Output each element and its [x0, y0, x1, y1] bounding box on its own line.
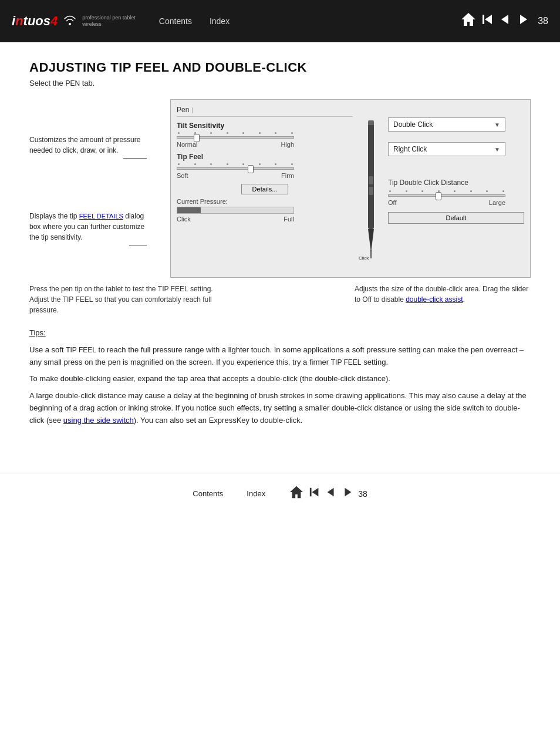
footer-page-number: 38 [358, 489, 367, 499]
bottom-right-suffix: . [463, 295, 465, 304]
footer-first-icon[interactable] [309, 486, 321, 502]
annotation-2: Displays the tip Feel Details dialog box… [29, 211, 147, 245]
tip-dc-off-label: Off [388, 199, 396, 206]
current-pressure-label: Current Pressure: [177, 198, 353, 205]
pen-image: Click [357, 117, 384, 270]
tip3-suffix: ). You can also set an ExpressKey to dou… [134, 416, 303, 425]
svg-rect-0 [483, 15, 484, 24]
right-click-label: Right Click [393, 145, 427, 153]
next-page-icon[interactable] [517, 13, 529, 29]
tip-soft-label: Soft [177, 172, 188, 179]
tilt-slider-thumb[interactable] [194, 134, 200, 142]
tip-feel-slider-track[interactable] [177, 167, 294, 170]
subtitle-suffix: tab. [80, 79, 95, 88]
logo-text: intuos [12, 14, 50, 28]
double-click-assist-link[interactable]: double-click assist [406, 295, 463, 304]
tip-feel-slider-thumb[interactable] [248, 165, 254, 173]
logo-sub2: wireless [82, 21, 136, 28]
page-number: 38 [538, 16, 548, 26]
details-button[interactable]: Details... [241, 184, 288, 194]
subtitle-prefix: Select the [29, 79, 65, 88]
tip3: A large double-click distance may cause … [29, 390, 531, 426]
pen-tab-area: Pen | Tilt Sensitivity Normal High [177, 106, 353, 271]
logo-4: 4 [50, 14, 58, 28]
right-click-dropdown[interactable]: Right Click ▼ [388, 142, 505, 156]
nav-index[interactable]: Index [210, 16, 230, 26]
footer-next-icon[interactable] [342, 486, 353, 502]
footer-index[interactable]: Index [247, 489, 265, 498]
svg-rect-8 [369, 187, 373, 195]
right-click-row: Right Click ▼ [388, 142, 524, 156]
bottom-right-note: Adjusts the size of the double-click are… [355, 284, 531, 315]
tip-dc-slider-thumb[interactable] [436, 192, 441, 200]
dialog-title-bar: Pen | [177, 106, 353, 117]
svg-text:Click: Click [359, 255, 369, 261]
pen-image-column: Click [353, 106, 388, 271]
svg-marker-5 [368, 229, 374, 253]
ann1-text: Customizes the amount of pressure needed… [29, 134, 147, 156]
tip-dc-slider-labels: Off Large [388, 199, 505, 206]
dialog-area: Customizes the amount of pressure needed… [29, 99, 531, 278]
wifi-icon [63, 16, 76, 28]
svg-marker-12 [312, 487, 319, 496]
pressure-click-label: Click [177, 216, 191, 223]
nav-icons: 38 [460, 12, 548, 31]
header-nav: Contents Index [159, 16, 448, 26]
dropdown2-arrow: ▼ [494, 146, 500, 153]
bottom-left-note: Press the pen tip on the tablet to test … [29, 284, 217, 315]
header: intuos4 professional pen tablet wireless… [0, 0, 560, 42]
main-content: ADJUSTING TIP FEEL AND DOUBLE-CLICK Sele… [0, 42, 560, 449]
tip-feel-slider-container: Soft Firm [177, 163, 353, 179]
pressure-labels: Click Full [177, 216, 294, 223]
ann2-text: Displays the tip Feel Details dialog box… [29, 211, 147, 243]
home-icon[interactable] [460, 12, 477, 31]
tips-heading: Tips: [29, 327, 531, 339]
footer-contents[interactable]: Contents [193, 489, 223, 498]
footer-nav-icons: 38 [289, 485, 367, 503]
double-click-label: Double Click [393, 120, 433, 129]
subtitle: Select the Pen tab. [29, 79, 531, 88]
first-page-icon[interactable] [481, 13, 494, 29]
tip-dc-slider-dots [388, 190, 505, 192]
pressure-track [177, 207, 294, 214]
prev-page-icon[interactable] [499, 13, 512, 29]
svg-marker-3 [520, 15, 527, 24]
double-click-dropdown[interactable]: Double Click ▼ [388, 117, 505, 132]
svg-marker-13 [328, 487, 334, 496]
tilt-sensitivity-label: Tilt Sensitivity [177, 122, 353, 130]
side-switch-link[interactable]: using the side switch [63, 416, 134, 425]
annotation-1: Customizes the amount of pressure needed… [29, 134, 147, 159]
tilt-slider-container: Normal High [177, 132, 353, 148]
svg-rect-7 [369, 176, 373, 184]
svg-marker-2 [501, 15, 508, 24]
tip-feel-slider-dots [177, 163, 294, 165]
dropdown1-arrow: ▼ [494, 122, 500, 128]
svg-marker-1 [485, 15, 492, 24]
dropdowns-column: Double Click ▼ Right Click ▼ Tip Double … [388, 106, 524, 271]
logo-sub1: professional pen tablet [82, 15, 136, 21]
lower-annotations: Press the pen tip on the tablet to test … [29, 284, 531, 315]
nav-contents[interactable]: Contents [159, 16, 192, 26]
footer-home-icon[interactable] [289, 485, 304, 503]
tip-dc-large-label: Large [489, 199, 505, 206]
default-button[interactable]: Default [388, 212, 524, 224]
tip-dc-slider-track[interactable] [388, 194, 505, 197]
tip1: Use a soft Tip Feel to reach the full pr… [29, 344, 531, 369]
tip2: To make double-clicking easier, expand t… [29, 373, 531, 385]
footer-prev-icon[interactable] [325, 486, 337, 502]
svg-rect-11 [310, 487, 312, 496]
svg-rect-9 [368, 120, 374, 125]
feel-details-link[interactable]: Feel Details [79, 213, 123, 220]
left-annotations: Customizes the amount of pressure needed… [29, 99, 170, 134]
tilt-slider-track[interactable] [177, 136, 294, 139]
svg-marker-14 [345, 487, 352, 496]
tip-firm-label: Firm [281, 172, 294, 179]
subtitle-tab: Pen [65, 79, 80, 88]
tip-feel-label: Tip Feel [177, 153, 353, 161]
page-title: ADJUSTING TIP FEEL AND DOUBLE-CLICK [29, 60, 531, 75]
pen-dialog: Pen | Tilt Sensitivity Normal High [170, 99, 531, 278]
tip-feel-labels: Soft Firm [177, 172, 294, 179]
logo: intuos4 professional pen tablet wireless [12, 14, 136, 29]
pressure-full-label: Full [284, 216, 294, 223]
tip-double-click-slider-container: Off Large [388, 190, 524, 206]
